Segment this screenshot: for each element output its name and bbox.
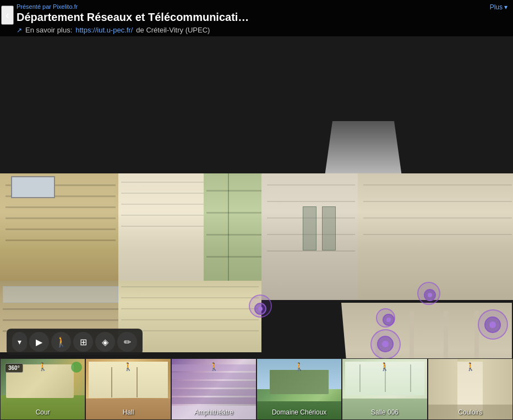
- thumb-hall[interactable]: 🚶 Hall: [85, 358, 171, 420]
- building-panorama[interactable]: [0, 121, 513, 341]
- segment-5: [358, 173, 513, 300]
- thumb-salle[interactable]: 🚶 Salle 006: [342, 358, 427, 420]
- dropdown-button[interactable]: ▾: [12, 332, 27, 352]
- back-button[interactable]: ‹: [1, 6, 14, 25]
- plus-button[interactable]: Plus ▾: [490, 3, 507, 11]
- thumb-label-cour: Cour: [1, 408, 85, 416]
- walk-button[interactable]: 🚶: [51, 332, 71, 352]
- controls-bar: ▾ ▶ 🚶 ⊞ ◈ ✏: [7, 329, 143, 355]
- external-link-icon: ↗: [17, 26, 22, 34]
- floorplan-icon: ⊞: [80, 337, 87, 347]
- thumb-walk-icon-domaine: 🚶: [294, 362, 304, 371]
- thumb-amphitheatre[interactable]: 🚶 Amphithéâtre: [171, 358, 256, 420]
- measure-icon: ✏: [124, 337, 131, 347]
- badge-360: 360°: [5, 363, 23, 373]
- measure-button[interactable]: ✏: [117, 332, 137, 352]
- thumb-walk-icon-couloirs: 🚶: [466, 362, 475, 371]
- segment-4: [261, 173, 361, 300]
- thumb-walk-icon-hall: 🚶: [123, 362, 133, 371]
- thumbnail-strip: 360° 🚶 Cour 🚶 Hall 🚶 Amphithéâtre: [0, 358, 513, 420]
- nav-ring-2[interactable]: [370, 329, 401, 359]
- thumb-label-salle: Salle 006: [342, 408, 427, 416]
- thumb-label-couloirs: Couloirs: [428, 408, 512, 416]
- walk-icon: 🚶: [55, 336, 67, 348]
- nav-ring-1[interactable]: [249, 294, 272, 318]
- layers-icon: ◈: [102, 337, 108, 347]
- subtitle-row: ↗ En savoir plus: https://iut.u-pec.fr/ …: [17, 26, 507, 34]
- panorama-area[interactable]: [0, 0, 513, 420]
- thumb-label-hall: Hall: [86, 408, 170, 416]
- page-title: Département Réseaux et Télécommunicati…: [17, 11, 402, 24]
- nav-ring-5[interactable]: [478, 309, 508, 340]
- floorplan-button[interactable]: ⊞: [73, 332, 93, 352]
- thumb-cour[interactable]: 360° 🚶 Cour: [0, 358, 85, 420]
- top-structure: [325, 121, 402, 176]
- play-icon: ▶: [36, 337, 42, 347]
- chevron-down-icon: ▾: [18, 337, 21, 346]
- thumb-walk-icon-cour: 🚶: [38, 362, 47, 371]
- thumb-walk-icon-salle: 🚶: [380, 362, 389, 371]
- nav-ring-3[interactable]: [417, 282, 440, 305]
- thumb-couloirs[interactable]: 🚶 Couloirs: [428, 358, 513, 420]
- nav-ring-4[interactable]: [376, 308, 395, 328]
- play-button[interactable]: ▶: [29, 332, 49, 352]
- header: ‹ Présenté par Pixelito.fr Plus ▾ Départ…: [0, 0, 513, 36]
- thumb-label-amphi: Amphithéâtre: [172, 408, 256, 416]
- chevron-down-icon: ▾: [504, 3, 507, 11]
- thumb-label-domaine: Domaine Chérioux: [257, 408, 341, 416]
- thumb-domaine[interactable]: 🚶 Domaine Chérioux: [256, 358, 342, 420]
- website-link[interactable]: https://iut.u-pec.fr/: [75, 26, 133, 34]
- layers-button[interactable]: ◈: [95, 332, 115, 352]
- presented-by: Présenté par Pixelito.fr Plus ▾: [17, 3, 507, 10]
- thumb-walk-icon-amphi: 🚶: [209, 362, 219, 371]
